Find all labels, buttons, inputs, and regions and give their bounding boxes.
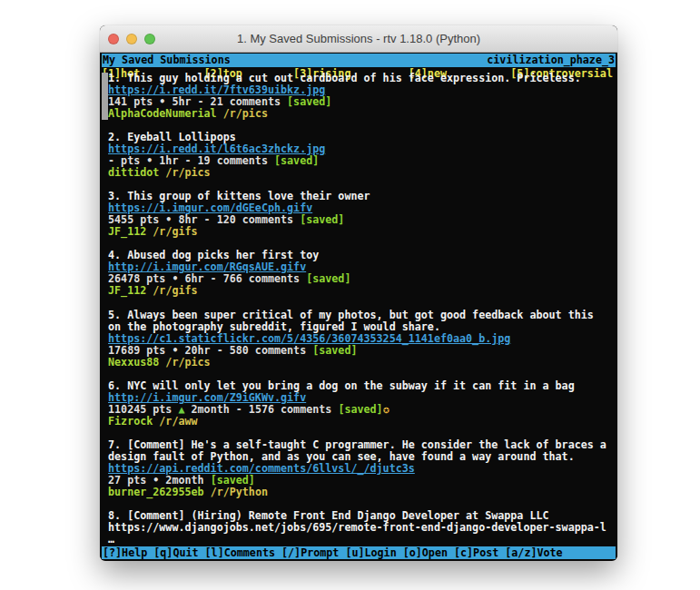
submission-byline: Fizrock /r/aww xyxy=(108,416,616,428)
submission: 3. This group of kittens love their owne… xyxy=(102,191,616,238)
stats-segment-saved: [saved] xyxy=(306,272,350,285)
author-name: AlphaCodeNumerial xyxy=(108,107,217,120)
stats-segment-stat: 17689 pts • 20hr - 580 comments xyxy=(108,344,312,357)
author-name: JF_112 xyxy=(108,284,146,297)
submission-title: 5. Always been super critical of my phot… xyxy=(108,310,616,321)
stats-segment-stat: 110245 pts xyxy=(108,403,178,416)
command-hints: [?]Help [q]Quit [l]Comments [/]Prompt [u… xyxy=(103,546,563,560)
stats-segment-stat: 5455 pts • 8hr - 120 comments xyxy=(108,213,300,226)
command-hint-bar: [?]Help [q]Quit [l]Comments [/]Prompt [u… xyxy=(102,546,616,560)
stats-segment-saved: [saved] xyxy=(300,213,344,226)
desktop: 1. My Saved Submissions - rtv 1.18.0 (Py… xyxy=(0,0,700,590)
author-name: dittidot xyxy=(108,166,159,179)
subreddit-name: /r/pics xyxy=(159,166,210,179)
submission-byline: JF_112 /r/gifs xyxy=(108,226,616,238)
submission-byline: burner_262955eb /r/Python xyxy=(108,487,616,498)
submission: 7. [Comment] He's a self-taught C progra… xyxy=(102,439,616,498)
submission-title: 6. NYC will only let you bring a dog on … xyxy=(108,380,616,392)
submission-byline: dittidot /r/pics xyxy=(108,167,616,179)
gilded-icon: ✪ xyxy=(383,403,389,416)
submission-byline: Nexxus88 /r/pics xyxy=(108,357,616,369)
submission-byline: JF_112 /r/gifs xyxy=(108,285,616,297)
submission: 1. This guy holding a cut out cardboard … xyxy=(102,73,616,120)
window-titlebar[interactable]: 1. My Saved Submissions - rtv 1.18.0 (Py… xyxy=(100,25,617,53)
author-name: Fizrock xyxy=(108,415,153,428)
subreddit-name: /r/aww xyxy=(153,415,197,428)
submission-title: … xyxy=(108,534,616,546)
submission: 6. NYC will only let you bring a dog on … xyxy=(102,380,616,428)
submission-title: on the photography subreddit, figured I … xyxy=(108,321,616,333)
minimize-button[interactable] xyxy=(126,34,137,44)
stats-segment-saved: [saved] xyxy=(274,154,319,167)
stats-segment-stat: - pts • 1hr - 19 comments xyxy=(108,154,274,167)
rtv-terminal-window: 1. My Saved Submissions - rtv 1.18.0 (Py… xyxy=(100,25,617,560)
stats-segment-saved: [saved] xyxy=(211,474,255,487)
submission-byline: AlphaCodeNumerial /r/pics xyxy=(108,108,616,120)
subreddit-name: /r/gifs xyxy=(146,225,197,238)
submission-list: 1. This guy holding a cut out cardboard … xyxy=(102,73,616,546)
terminal-screen: My Saved Submissions civilization_phaze_… xyxy=(100,53,617,561)
submission: 4. Abused dog picks her first toyhttp://… xyxy=(102,250,616,297)
submission-title: 1. This guy holding a cut out cardboard … xyxy=(108,73,616,84)
stats-segment-stat: 26478 pts • 6hr - 766 comments xyxy=(108,272,306,285)
close-button[interactable] xyxy=(108,34,119,44)
stats-segment-saved: [saved] xyxy=(312,344,357,357)
submission: 8. [Comment] (Hiring) Remote Front End D… xyxy=(102,510,616,546)
stats-segment-stat: 2month - 1576 comments xyxy=(184,403,338,416)
submission-title: https://www.djangojobs.net/jobs/695/remo… xyxy=(108,522,616,534)
logged-in-user: civilization_phaze_3 xyxy=(487,54,615,67)
submission-title: 2. Eyeball Lollipops xyxy=(108,132,616,143)
stats-segment-saved: [saved] xyxy=(338,403,382,416)
author-name: Nexxus88 xyxy=(108,356,159,369)
author-name: burner_262955eb xyxy=(108,486,204,498)
status-header-bar: My Saved Submissions civilization_phaze_… xyxy=(102,54,616,67)
subreddit-name: /r/pics xyxy=(217,107,268,120)
subreddit-name: /r/Python xyxy=(204,486,268,498)
subreddit-name: /r/pics xyxy=(159,356,210,369)
zoom-button[interactable] xyxy=(144,34,155,44)
subreddit-name: /r/gifs xyxy=(146,284,197,297)
page-title: My Saved Submissions xyxy=(103,54,231,67)
traffic-lights xyxy=(108,25,155,52)
author-name: JF_112 xyxy=(108,225,146,238)
submission: 2. Eyeball Lollipopshttps://i.redd.it/l6… xyxy=(102,132,616,179)
window-title: 1. My Saved Submissions - rtv 1.18.0 (Py… xyxy=(237,32,480,45)
stats-segment-saved: [saved] xyxy=(287,95,331,108)
selection-cursor xyxy=(102,73,108,120)
stats-segment-stat: 27 pts • 2month xyxy=(108,474,211,487)
submission: 5. Always been super critical of my phot… xyxy=(102,310,616,369)
stats-segment-stat: 141 pts • 5hr - 21 comments xyxy=(108,95,287,108)
